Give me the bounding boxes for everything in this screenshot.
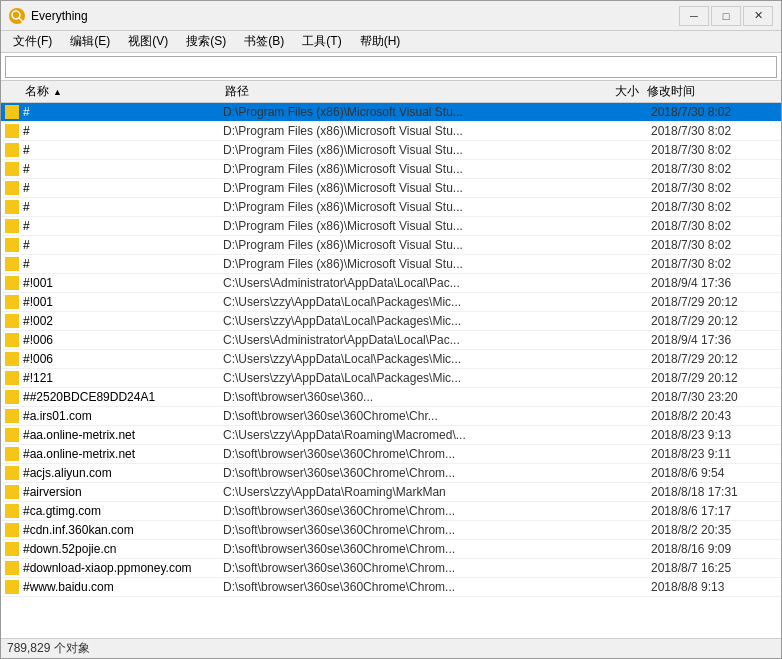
file-modified: 2018/7/29 20:12	[651, 295, 781, 309]
file-icon	[5, 105, 19, 119]
file-name: #download-xiaop.ppmoney.com	[23, 561, 223, 575]
file-name: ##2520BDCE89DD24A1	[23, 390, 223, 404]
table-row[interactable]: #!006C:\Users\zzy\AppData\Local\Packages…	[1, 350, 781, 369]
table-row[interactable]: #D:\Program Files (x86)\Microsoft Visual…	[1, 198, 781, 217]
table-row[interactable]: #download-xiaop.ppmoney.comD:\soft\brows…	[1, 559, 781, 578]
file-modified: 2018/9/4 17:36	[651, 333, 781, 347]
file-icon	[5, 485, 19, 499]
file-name: #aa.online-metrix.net	[23, 447, 223, 461]
file-name: #	[23, 181, 223, 195]
table-row[interactable]: #aa.online-metrix.netD:\soft\browser\360…	[1, 445, 781, 464]
table-row[interactable]: #aa.online-metrix.netC:\Users\zzy\AppDat…	[1, 426, 781, 445]
file-path: C:\Users\zzy\AppData\Local\Packages\Mic.…	[223, 295, 591, 309]
file-modified: 2018/8/18 17:31	[651, 485, 781, 499]
file-modified: 2018/7/30 8:02	[651, 162, 781, 176]
file-path: D:\soft\browser\360se\360Chrome\Chrom...	[223, 447, 591, 461]
table-row[interactable]: #ca.gtimg.comD:\soft\browser\360se\360Ch…	[1, 502, 781, 521]
file-path: D:\Program Files (x86)\Microsoft Visual …	[223, 162, 591, 176]
file-path: C:\Users\zzy\AppData\Local\Packages\Mic.…	[223, 352, 591, 366]
table-row[interactable]: #D:\Program Files (x86)\Microsoft Visual…	[1, 160, 781, 179]
menu-item[interactable]: 文件(F)	[5, 31, 60, 52]
file-name: #!001	[23, 295, 223, 309]
file-icon	[5, 561, 19, 575]
file-name: #	[23, 162, 223, 176]
file-icon	[5, 542, 19, 556]
col-header-size[interactable]: 大小	[587, 83, 647, 100]
table-row[interactable]: #D:\Program Files (x86)\Microsoft Visual…	[1, 255, 781, 274]
maximize-button[interactable]: □	[711, 6, 741, 26]
table-row[interactable]: #cdn.inf.360kan.comD:\soft\browser\360se…	[1, 521, 781, 540]
file-path: C:\Users\zzy\AppData\Roaming\Macromed\..…	[223, 428, 591, 442]
table-row[interactable]: #D:\Program Files (x86)\Microsoft Visual…	[1, 217, 781, 236]
file-name: #	[23, 219, 223, 233]
status-bar: 789,829 个对象	[1, 638, 781, 658]
file-name: #ca.gtimg.com	[23, 504, 223, 518]
file-path: C:\Users\zzy\AppData\Local\Packages\Mic.…	[223, 371, 591, 385]
table-row[interactable]: #down.52pojie.cnD:\soft\browser\360se\36…	[1, 540, 781, 559]
table-row[interactable]: #!006C:\Users\Administrator\AppData\Loca…	[1, 331, 781, 350]
table-row[interactable]: ##2520BDCE89DD24A1D:\soft\browser\360se\…	[1, 388, 781, 407]
col-header-path[interactable]: 路径	[225, 83, 587, 100]
file-path: D:\soft\browser\360se\360Chrome\Chrom...	[223, 580, 591, 594]
file-path: D:\soft\browser\360se\360Chrome\Chrom...	[223, 542, 591, 556]
file-path: D:\Program Files (x86)\Microsoft Visual …	[223, 238, 591, 252]
file-path: D:\Program Files (x86)\Microsoft Visual …	[223, 143, 591, 157]
table-row[interactable]: #D:\Program Files (x86)\Microsoft Visual…	[1, 122, 781, 141]
file-path: D:\Program Files (x86)\Microsoft Visual …	[223, 200, 591, 214]
file-modified: 2018/7/29 20:12	[651, 352, 781, 366]
col-header-modified[interactable]: 修改时间	[647, 83, 777, 100]
app-title: Everything	[31, 9, 679, 23]
file-path: D:\Program Files (x86)\Microsoft Visual …	[223, 257, 591, 271]
file-name: #!006	[23, 352, 223, 366]
file-path: D:\Program Files (x86)\Microsoft Visual …	[223, 219, 591, 233]
table-row[interactable]: #!002C:\Users\zzy\AppData\Local\Packages…	[1, 312, 781, 331]
menu-item[interactable]: 视图(V)	[120, 31, 176, 52]
menu-item[interactable]: 帮助(H)	[352, 31, 409, 52]
menu-item[interactable]: 工具(T)	[294, 31, 349, 52]
table-row[interactable]: #D:\Program Files (x86)\Microsoft Visual…	[1, 103, 781, 122]
search-input[interactable]	[5, 56, 777, 78]
menu-item[interactable]: 搜索(S)	[178, 31, 234, 52]
file-modified: 2018/7/30 8:02	[651, 238, 781, 252]
table-row[interactable]: #D:\Program Files (x86)\Microsoft Visual…	[1, 236, 781, 255]
column-headers: 名称 ▲ 路径 大小 修改时间	[1, 81, 781, 103]
file-list[interactable]: #D:\Program Files (x86)\Microsoft Visual…	[1, 103, 781, 638]
file-icon	[5, 409, 19, 423]
menu-bar: 文件(F)编辑(E)视图(V)搜索(S)书签(B)工具(T)帮助(H)	[1, 31, 781, 53]
file-modified: 2018/7/30 8:02	[651, 219, 781, 233]
file-path: D:\Program Files (x86)\Microsoft Visual …	[223, 181, 591, 195]
file-icon	[5, 200, 19, 214]
col-header-name[interactable]: 名称 ▲	[5, 83, 225, 100]
menu-item[interactable]: 编辑(E)	[62, 31, 118, 52]
file-icon	[5, 124, 19, 138]
table-row[interactable]: #!121C:\Users\zzy\AppData\Local\Packages…	[1, 369, 781, 388]
table-row[interactable]: #www.baidu.comD:\soft\browser\360se\360C…	[1, 578, 781, 597]
sort-arrow-icon: ▲	[53, 87, 62, 97]
file-icon	[5, 162, 19, 176]
file-icon	[5, 504, 19, 518]
file-icon	[5, 219, 19, 233]
file-icon	[5, 314, 19, 328]
minimize-button[interactable]: ─	[679, 6, 709, 26]
file-modified: 2018/8/2 20:35	[651, 523, 781, 537]
close-button[interactable]: ✕	[743, 6, 773, 26]
table-row[interactable]: #acjs.aliyun.comD:\soft\browser\360se\36…	[1, 464, 781, 483]
file-name: #airversion	[23, 485, 223, 499]
menu-item[interactable]: 书签(B)	[236, 31, 292, 52]
table-row[interactable]: #D:\Program Files (x86)\Microsoft Visual…	[1, 141, 781, 160]
file-modified: 2018/7/29 20:12	[651, 371, 781, 385]
file-name: #down.52pojie.cn	[23, 542, 223, 556]
table-row[interactable]: #!001C:\Users\Administrator\AppData\Loca…	[1, 274, 781, 293]
file-name: #!121	[23, 371, 223, 385]
file-modified: 2018/8/6 17:17	[651, 504, 781, 518]
table-row[interactable]: #!001C:\Users\zzy\AppData\Local\Packages…	[1, 293, 781, 312]
file-icon	[5, 238, 19, 252]
file-icon	[5, 580, 19, 594]
file-icon	[5, 390, 19, 404]
file-modified: 2018/7/30 8:02	[651, 181, 781, 195]
table-row[interactable]: #airversionC:\Users\zzy\AppData\Roaming\…	[1, 483, 781, 502]
file-path: C:\Users\Administrator\AppData\Local\Pac…	[223, 333, 591, 347]
table-row[interactable]: #a.irs01.comD:\soft\browser\360se\360Chr…	[1, 407, 781, 426]
search-bar	[1, 53, 781, 81]
table-row[interactable]: #D:\Program Files (x86)\Microsoft Visual…	[1, 179, 781, 198]
